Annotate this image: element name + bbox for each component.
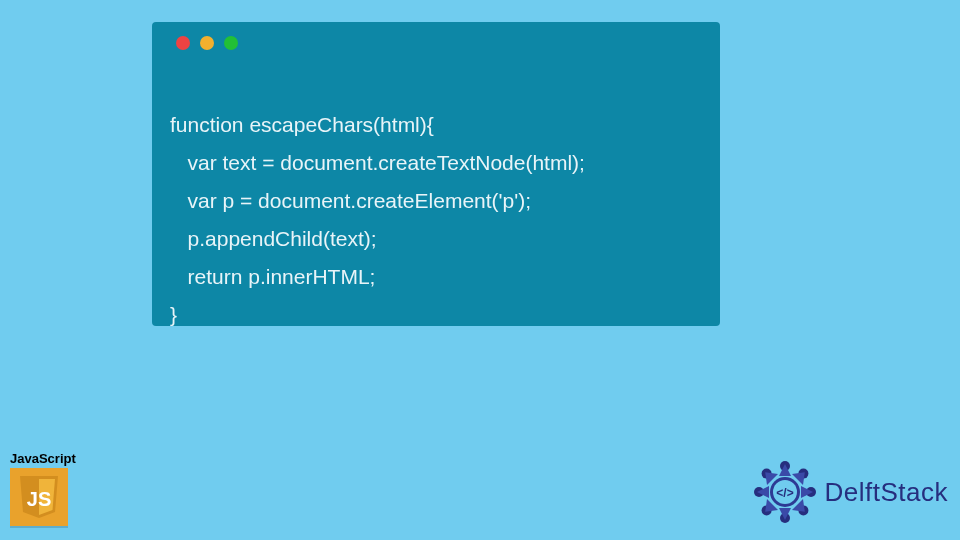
code-window: function escapeChars(html){ var text = d… — [152, 22, 720, 326]
close-icon — [176, 36, 190, 50]
code-line: } — [170, 303, 177, 326]
window-traffic-lights — [170, 36, 702, 50]
minimize-icon — [200, 36, 214, 50]
svg-text:</>: </> — [776, 486, 793, 500]
code-block: function escapeChars(html){ var text = d… — [170, 68, 702, 334]
code-line: return p.innerHTML; — [170, 265, 375, 288]
javascript-label: JavaScript — [10, 451, 80, 466]
code-line: p.appendChild(text); — [170, 227, 377, 250]
javascript-logo-icon: JS — [10, 468, 68, 526]
code-line: var text = document.createTextNode(html)… — [170, 151, 585, 174]
delftstack-brand: </> DelftStack — [751, 458, 949, 526]
code-line: function escapeChars(html){ — [170, 113, 434, 136]
javascript-badge: JavaScript JS — [10, 451, 80, 526]
maximize-icon — [224, 36, 238, 50]
code-line: var p = document.createElement('p'); — [170, 189, 531, 212]
delftstack-text: DelftStack — [825, 477, 949, 508]
svg-text:JS: JS — [27, 488, 51, 510]
delftstack-logo-icon: </> — [751, 458, 819, 526]
